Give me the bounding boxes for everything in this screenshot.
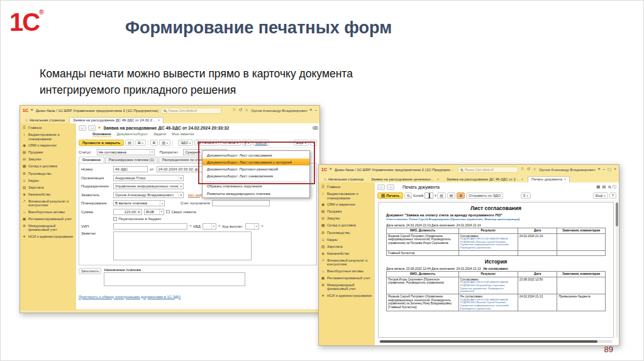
sidebar-item[interactable]: ◈ Казначейство [20, 191, 75, 198]
sidebar-item[interactable]: ⊟ Закупки [20, 156, 75, 163]
edo-button[interactable]: ЭДО▾ [178, 140, 193, 146]
help-button[interactable]: ? [609, 192, 616, 199]
sidebar-item[interactable]: ▦ Склад и доставка [20, 163, 75, 170]
payout-code-select[interactable]: ▾ [245, 223, 259, 230]
budget-transfer-checkbox[interactable] [113, 217, 117, 221]
recipient-account-field[interactable] [212, 200, 270, 206]
favorite-star-icon[interactable]: ★ [97, 125, 101, 130]
create-based-button[interactable]: ▥▾ [159, 140, 170, 146]
settings-icon[interactable]: ≡ [598, 167, 601, 172]
more-button[interactable]: Ещё▾ [294, 140, 309, 146]
user-name[interactable]: Орлов Александр Владимирович [539, 168, 596, 172]
tab-moi-zametki[interactable]: Мои заметки [172, 132, 194, 137]
close-icon[interactable]: × [158, 118, 160, 122]
currency-select[interactable]: RUB▾ [144, 209, 164, 215]
tab-zadachi[interactable]: Задачи [153, 132, 166, 137]
sidebar-item[interactable]: ⊕ Международный финансовый учет [20, 223, 75, 233]
close-icon[interactable]: × [614, 167, 616, 172]
number-field[interactable]: 49-ЗДС [113, 166, 148, 172]
main-menu-icon[interactable]: ≡ [31, 108, 33, 113]
save-file-button[interactable]: ▤ [447, 192, 455, 199]
sidebar-item[interactable]: ▥ Зарплата [20, 184, 75, 191]
print-button[interactable]: ▤Печать▾ [194, 140, 219, 146]
history-icon[interactable]: ↺ [239, 108, 242, 113]
sidebar-item[interactable]: ◈ Казначейство [319, 250, 374, 257]
kvd-help-icon[interactable]: ? [218, 225, 220, 228]
zoom-icon[interactable] [608, 186, 611, 188]
print-menu-item[interactable]: Документооборот: Протокол разногласий [203, 165, 309, 172]
over-limit-checkbox[interactable] [166, 210, 170, 214]
attachments-button[interactable]: ∮▾ [242, 140, 252, 146]
scrollbar-thumb[interactable] [616, 203, 618, 226]
fill-button[interactable]: Заполнить [79, 268, 101, 274]
forward-button[interactable]: → [387, 184, 394, 190]
history-icon[interactable]: ↺ [527, 167, 530, 172]
sidebar-item[interactable]: ∗ НСИ и администрирование [319, 292, 374, 299]
sidebar-item[interactable]: ☰ Главное [20, 125, 75, 131]
favorites-icon[interactable]: ☆ [245, 108, 248, 113]
notes-textarea[interactable] [113, 231, 252, 260]
forward-button[interactable]: → [88, 125, 96, 131]
files-button[interactable]: Файлы [253, 140, 269, 146]
copies-field[interactable]: 1 [425, 192, 433, 199]
tab-document[interactable]: Заявка на расходование ДС 49-ЗДС от 24.0… [69, 117, 164, 123]
send-edo-button[interactable]: Отправить по ЭДО [466, 192, 503, 199]
tab-osnovnoe[interactable]: Основное [92, 132, 111, 137]
page-setup-button[interactable]: ▥ [437, 192, 445, 199]
minimize-icon[interactable]: – [602, 167, 605, 172]
help-button[interactable]: ? [310, 140, 317, 146]
applicant-field[interactable]: Орлов Александр Владимирович▾ [113, 192, 184, 198]
uip-help-icon[interactable]: ? [189, 225, 191, 228]
highlight-button[interactable]: ⊞ [457, 192, 465, 199]
list-button[interactable]: ≣ [150, 140, 158, 146]
grid-icon[interactable]: ▦ [596, 185, 600, 189]
sidebar-item[interactable]: ☺ Кадры [20, 177, 75, 184]
search-input[interactable]: Поиск Ctrl+Shift+F [458, 167, 518, 173]
date-field[interactable]: 24.02.2024 20:33:32▦ [157, 166, 204, 172]
main-menu-icon[interactable]: ≡ [330, 167, 332, 172]
sum-button[interactable]: Σ▾ [521, 192, 531, 199]
sidebar-item[interactable]: ↕ Бюджетирование и планирование [20, 131, 75, 142]
horizontal-scrollbar[interactable] [379, 340, 613, 343]
sidebar-item[interactable]: ▦ Склад и доставка [319, 222, 374, 229]
favorites-icon[interactable]: ☆ [533, 167, 536, 172]
maximize-icon[interactable]: ▢ [608, 167, 611, 172]
print-menu-item[interactable]: Образец платежного поручения [203, 183, 309, 190]
sidebar-item[interactable]: ⊟ Закупки [319, 215, 374, 222]
sidebar-item[interactable]: ⊕ Международный финансовый учет [319, 282, 374, 292]
sidebar-item[interactable]: ▣ Регламентированный учет [319, 275, 374, 282]
status-select[interactable]: Не согласована▾ [97, 149, 155, 155]
print-menu-item[interactable]: Документооборот: Лист согласования [203, 152, 309, 158]
tab-print-document[interactable]: Печать документа× [528, 176, 570, 182]
sidebar-item[interactable]: ↗ Финансовый результат и контроллинг [20, 198, 75, 209]
minimize-icon[interactable]: – [314, 108, 317, 113]
print-button[interactable]: ▤Печать [377, 192, 403, 199]
calculator-icon[interactable]: ⊞ [136, 210, 140, 214]
reports-button[interactable]: Отчеты▾ [220, 140, 240, 146]
sidebar-item[interactable]: ▤ Продажи [319, 208, 374, 215]
department-field[interactable]: Управление информационных технологий▾ [113, 183, 184, 189]
kvd-select[interactable]: ▾ [203, 223, 216, 230]
close-icon[interactable]: × [437, 177, 439, 181]
vertical-scrollbar[interactable] [616, 202, 618, 338]
link-icon[interactable] [313, 126, 317, 129]
back-button[interactable]: ← [79, 125, 86, 131]
sidebar-item[interactable]: ☺ Кадры [319, 236, 374, 243]
sidebar-item[interactable]: ☰ Главное [319, 184, 374, 191]
close-icon[interactable]: × [564, 177, 566, 181]
sidebar-item[interactable]: ▣ Регламентированный учет [20, 216, 75, 223]
sidebar-item[interactable]: ↗ Финансовый результат и контроллинг [319, 257, 374, 268]
save-button[interactable]: ▤ [125, 140, 133, 146]
sidebar-item[interactable]: ↕ Бюджетирование и планирование [319, 191, 374, 201]
form-tab-rasshifrovka[interactable]: Расшифровка платежа (1) [105, 157, 158, 163]
save-icon[interactable]: ▤ [602, 185, 606, 189]
preview-zoom-button[interactable] [404, 192, 412, 199]
chevron-down-icon[interactable]: ▾ [178, 193, 182, 197]
user-name[interactable]: Орлов Александр Владимирович [251, 109, 308, 113]
planning-select[interactable]: В валюте платежа▾ [113, 200, 165, 206]
tab-home[interactable]: ⌂Начальная страница [22, 118, 68, 124]
sidebar-item[interactable]: ⚙ Производство [319, 229, 374, 236]
organization-field[interactable]: Андромеда Плюс▾ [113, 175, 184, 181]
more-button[interactable]: Ещё▾ [593, 192, 608, 199]
sidebar-item[interactable]: ⚙ Производство [20, 170, 75, 177]
